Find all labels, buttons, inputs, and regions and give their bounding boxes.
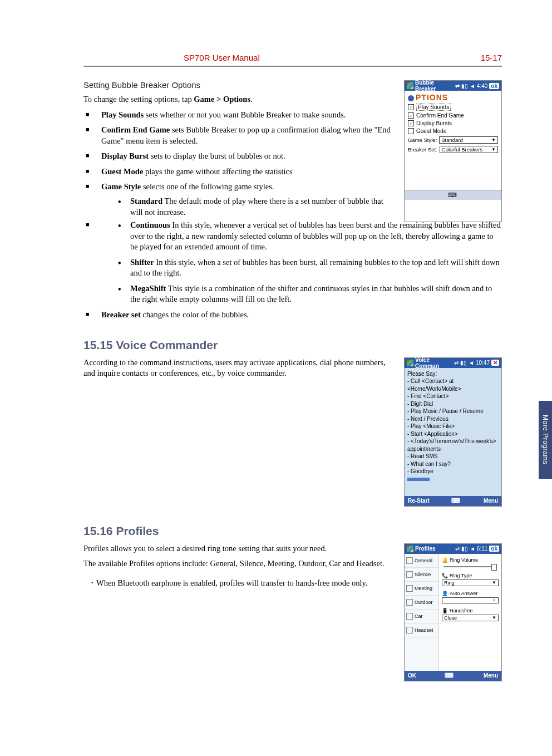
item-guest-mode: Guest Mode plays the game without affect…	[83, 166, 394, 178]
chk-display-bursts[interactable]: ✓Display Bursts	[408, 120, 498, 126]
mega-b: MegaShift	[130, 284, 166, 293]
keyboard-icon[interactable]: ⌨	[448, 192, 458, 199]
shot3-title: Profiles	[415, 546, 454, 552]
r2-value: Ring	[444, 580, 455, 586]
bell-icon: 🔔	[442, 557, 448, 563]
page-header: SP70R User Manual 15-17	[83, 53, 502, 67]
breaker-set-select[interactable]: Colorful Breakers▼	[440, 146, 498, 153]
shot2-titlebar: Voice Comman ⇄ ▮▯ ◄ 10:47 ✕	[405, 358, 501, 368]
screenshot-profiles: Profiles ⇄ ▮▯ ◄ 6:11 ok General Silence …	[404, 543, 502, 681]
checkbox-icon: ✓	[408, 120, 414, 126]
sync-icon: ⇄	[455, 546, 460, 552]
item-game-style: Game Style selects one of the following …	[83, 181, 394, 218]
chk-confirm-label: Confirm End Game	[416, 112, 464, 119]
pf-label: Outdoor	[415, 600, 433, 605]
intro-a: To change the setting options, tap	[83, 95, 194, 104]
profile-icon	[406, 599, 413, 606]
ring-volume-label: 🔔Ring Volume	[442, 557, 499, 563]
handsfree-select[interactable]: Close▼	[442, 615, 499, 621]
profile-general[interactable]: General	[405, 554, 438, 568]
menu-button[interactable]: Menu	[484, 498, 498, 504]
style-t: selects one of the following game styles…	[141, 182, 274, 191]
chk-confirm-end[interactable]: ✓Confirm End Game	[408, 112, 498, 119]
voice-commander-block: According to the command instructions, u…	[83, 357, 502, 507]
mega-t: This style is a combination of the shift…	[130, 284, 492, 304]
windows-flag-icon	[407, 82, 413, 89]
ring-type-select[interactable]: Ring▼	[442, 580, 499, 586]
header-title: SP70R User Manual	[184, 53, 260, 62]
bubble-breaker-section: Setting Bubble Breaker Options To change…	[83, 80, 502, 222]
guest-t: plays the game without affecting the sta…	[143, 167, 292, 176]
voice-commander-para: According to the command instructions, u…	[83, 357, 394, 379]
shot1-body: PTIONS ✓Play Sounds ✓Confirm End Game ✓D…	[405, 91, 501, 190]
pf-label: Meeting	[415, 586, 432, 591]
sync-icon: ⇄	[455, 83, 460, 89]
device-icon: 📱	[442, 608, 448, 613]
r4-value: Close	[444, 615, 457, 621]
keyboard-icon[interactable]: ⌨	[445, 672, 455, 679]
game-style-value: Standard	[441, 137, 463, 143]
options-heading: PTIONS	[408, 93, 498, 102]
pf-label: General	[415, 558, 432, 563]
shot3-bottom-bar: OK ⌨ Menu	[405, 671, 501, 681]
profile-icon	[406, 557, 413, 564]
ok-soft-button[interactable]: OK	[408, 672, 416, 679]
profile-car[interactable]: Car	[405, 610, 438, 624]
cont-t: In this style, whenever a vertical set o…	[130, 220, 501, 251]
profile-icon	[406, 627, 413, 634]
speaker-icon: ◄	[469, 360, 474, 366]
style-b: Game Style	[101, 182, 141, 191]
keyboard-icon[interactable]: ⌨	[451, 497, 461, 504]
auto-answer-select[interactable]: ▼	[442, 597, 499, 603]
handsfree-label: 📱Handsfree	[442, 608, 499, 613]
shot2-time: 10:47	[476, 360, 490, 366]
breaker-b: Breaker set	[101, 310, 141, 319]
profile-headset[interactable]: Headset	[405, 624, 438, 637]
profile-outdoor[interactable]: Outdoor	[405, 596, 438, 610]
shot2-body: Please Say: - Call <Contact> at <Home/Wo…	[405, 368, 501, 496]
options-head-text: PTIONS	[416, 93, 448, 102]
sub-continuous: Continuous In this style, whenever a ver…	[116, 220, 502, 253]
confirm-b: Confirm End Game	[101, 125, 170, 134]
breaker-set-value: Colorful Breakers	[442, 146, 482, 153]
shot3-ok-button[interactable]: ok	[489, 546, 499, 552]
vc-line: appointments	[407, 445, 499, 453]
pf-label: Silence	[415, 572, 431, 577]
profiles-sidebar: General Silence Meeting Outdoor Car Head…	[405, 554, 439, 671]
phone-icon: 📞	[442, 573, 448, 578]
display-t: sets to display the burst of bubbles or …	[149, 151, 285, 160]
game-style-cont: Continuous In this style, whenever a ver…	[83, 220, 502, 305]
ring-volume-slider[interactable]	[443, 566, 497, 567]
shot1-titlebar: Bubble Breaker ⇄ ▮▯ ◄ 4:40 ok	[405, 81, 501, 91]
person-icon: 👤	[442, 591, 448, 596]
chevron-down-icon: ▼	[492, 580, 496, 585]
shot1-time: 4:40	[477, 83, 487, 89]
sub-standard: Standard The default mode of play where …	[116, 196, 394, 218]
row-breaker-set: Breaker Set:Colorful Breakers▼	[408, 146, 498, 153]
checkbox-icon: ✓	[408, 112, 414, 119]
vc-line: - Read SMS	[407, 453, 499, 460]
chk-guest-label: Guest Mode	[416, 128, 446, 134]
menu-soft-button[interactable]: Menu	[484, 672, 498, 679]
profile-silence[interactable]: Silence	[405, 568, 438, 582]
chk-guest-mode[interactable]: Guest Mode	[408, 128, 498, 134]
speaker-icon: ◄	[470, 83, 475, 89]
shot2-close-button[interactable]: ✕	[491, 360, 499, 366]
restart-button[interactable]: Re-Start	[408, 498, 430, 504]
r4-text: Handsfree	[450, 608, 473, 613]
game-style-select[interactable]: Standard▼	[439, 136, 498, 144]
profile-meeting[interactable]: Meeting	[405, 582, 438, 596]
intro-bold: Game > Options	[194, 95, 250, 104]
sync-icon: ⇄	[454, 360, 459, 366]
profiles-text: Profiles allows you to select a desired …	[83, 543, 394, 588]
cont-b: Continuous	[130, 220, 170, 229]
side-tab-more-programs: More Programs	[539, 401, 552, 479]
chk-play-sounds[interactable]: ✓Play Sounds	[408, 104, 498, 111]
shift-t: In this style, when a set of bubbles has…	[130, 258, 500, 278]
profile-icon	[406, 613, 413, 620]
vc-line: Please Say:	[407, 370, 499, 378]
vc-line: - Goodbye	[407, 468, 499, 475]
item-breaker-set: Breaker set changes the color of the bub…	[83, 310, 502, 321]
shot1-ok-button[interactable]: ok	[489, 83, 499, 89]
vc-line: - What can I say?	[407, 460, 499, 468]
